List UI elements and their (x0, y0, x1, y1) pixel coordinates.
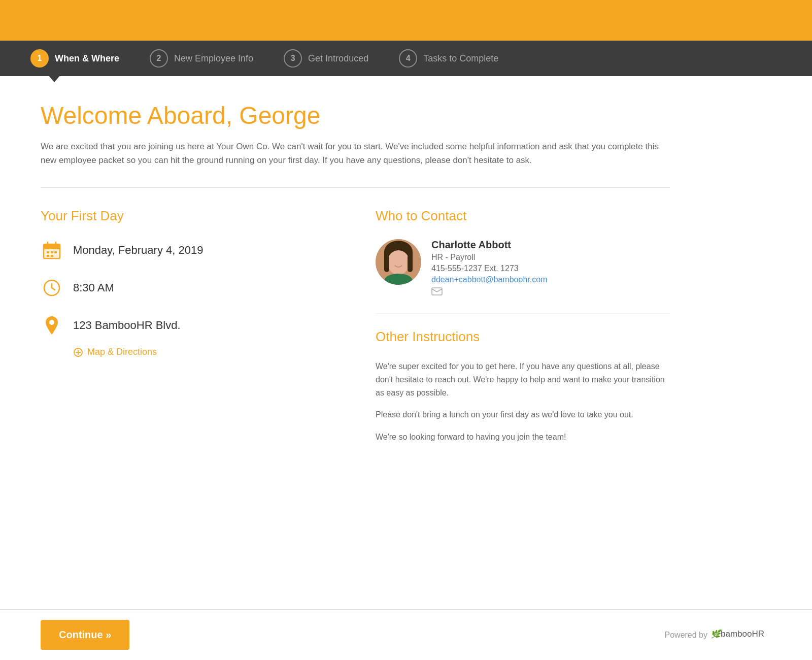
continue-button[interactable]: Continue » (41, 620, 129, 650)
section-divider (41, 187, 670, 188)
contact-name: Charlotte Abbott (431, 239, 547, 251)
instructions-para-3: We're so looking forward to having you j… (376, 431, 670, 444)
map-directions-link[interactable]: Map & Directions (73, 347, 335, 357)
svg-rect-6 (54, 251, 57, 253)
first-day-section: Your First Day Monda (41, 208, 335, 452)
step-1-label: When & Where (55, 53, 119, 64)
top-bar (0, 0, 812, 41)
svg-text:bambooHR: bambooHR (721, 629, 764, 639)
map-link-text: Map & Directions (87, 347, 157, 357)
first-day-date-row: Monday, February 4, 2019 (41, 239, 335, 261)
bamboohr-brand: 🌿 bambooHR (710, 628, 771, 642)
svg-rect-4 (47, 251, 49, 253)
contact-divider (376, 313, 670, 314)
step-2-circle: 2 (150, 49, 168, 68)
step-4-tasks[interactable]: 4 Tasks to Complete (399, 49, 498, 68)
step-4-circle: 4 (399, 49, 417, 68)
clock-icon (41, 277, 63, 299)
contact-avatar (376, 239, 421, 285)
step-1-when-where[interactable]: 1 When & Where (30, 49, 119, 68)
welcome-body: We are excited that you are joining us h… (41, 140, 670, 167)
step-2-label: New Employee Info (174, 53, 253, 64)
other-instructions-title: Other Instructions (376, 329, 670, 345)
svg-rect-8 (51, 255, 53, 257)
map-link-icon (73, 347, 83, 357)
instructions-para-2: Please don't bring a lunch on your first… (376, 408, 670, 421)
contact-email-link[interactable]: ddean+cabbott@bamboohr.com (431, 275, 547, 284)
step-3-label: Get Introduced (308, 53, 368, 64)
svg-line-11 (52, 288, 55, 290)
powered-by-text: Powered by (665, 631, 708, 640)
contact-card: Charlotte Abbott HR - Payroll 415-555-12… (376, 239, 670, 298)
first-day-address: 123 BambooHR Blvd. (73, 319, 181, 332)
first-day-address-row: 123 BambooHR Blvd. (41, 314, 335, 337)
contact-info: Charlotte Abbott HR - Payroll 415-555-12… (431, 239, 547, 298)
svg-rect-20 (384, 254, 389, 272)
svg-rect-23 (432, 288, 442, 295)
instructions-para-1: We're super excited for you to get here.… (376, 360, 670, 399)
steps-navigation: 1 When & Where 2 New Employee Info 3 Get… (0, 41, 812, 76)
who-to-contact-title: Who to Contact (376, 208, 670, 224)
welcome-title: Welcome Aboard, George (41, 102, 670, 129)
first-day-time-row: 8:30 AM (41, 277, 335, 299)
first-day-title: Your First Day (41, 208, 335, 224)
email-icon (431, 287, 547, 298)
contact-dept: HR - Payroll (431, 253, 547, 262)
calendar-icon (41, 239, 63, 261)
step-3-circle: 3 (284, 49, 302, 68)
svg-rect-1 (44, 244, 60, 249)
step-2-new-employee[interactable]: 2 New Employee Info (150, 49, 253, 68)
svg-rect-7 (47, 255, 49, 257)
step-1-circle: 1 (30, 49, 49, 68)
main-content: Welcome Aboard, George We are excited th… (0, 76, 710, 483)
step-4-label: Tasks to Complete (423, 53, 498, 64)
svg-rect-5 (51, 251, 53, 253)
svg-point-12 (49, 320, 54, 325)
svg-point-19 (387, 250, 410, 275)
powered-by: Powered by 🌿 bambooHR (665, 628, 772, 642)
first-day-time: 8:30 AM (73, 281, 114, 294)
first-day-date: Monday, February 4, 2019 (73, 244, 203, 257)
contact-phone: 415-555-1237 Ext. 1273 (431, 264, 547, 273)
svg-rect-21 (408, 254, 413, 272)
step-3-get-introduced[interactable]: 3 Get Introduced (284, 49, 368, 68)
content-columns: Your First Day Monda (41, 208, 670, 452)
location-icon (41, 314, 63, 337)
right-column: Who to Contact (376, 208, 670, 452)
footer: Continue » Powered by 🌿 bambooHR (0, 609, 812, 660)
